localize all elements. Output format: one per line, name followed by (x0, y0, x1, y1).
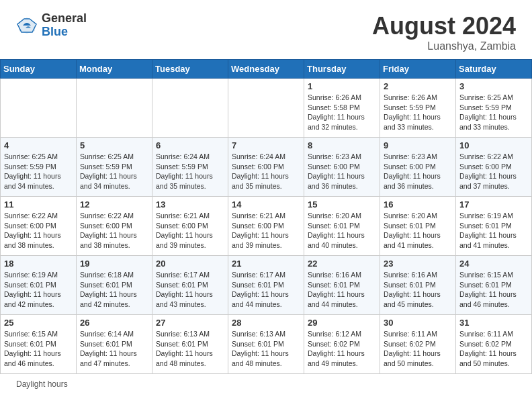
day-number: 31 (459, 318, 528, 328)
calendar-cell: 12Sunrise: 6:22 AM Sunset: 6:00 PM Dayli… (77, 197, 152, 256)
day-number: 6 (156, 140, 224, 150)
logo-blue-text: Blue (42, 26, 87, 39)
calendar-cell: 26Sunrise: 6:14 AM Sunset: 6:01 PM Dayli… (77, 315, 152, 374)
day-number: 2 (384, 81, 452, 91)
calendar-cell: 16Sunrise: 6:20 AM Sunset: 6:01 PM Dayli… (380, 197, 456, 256)
calendar-cell (77, 79, 152, 138)
day-info: Sunrise: 6:13 AM Sunset: 6:01 PM Dayligh… (156, 329, 224, 369)
calendar-cell: 22Sunrise: 6:16 AM Sunset: 6:01 PM Dayli… (304, 256, 380, 315)
logo: General Blue (16, 12, 87, 39)
month-year: August 2024 (372, 12, 516, 40)
calendar-cell: 28Sunrise: 6:13 AM Sunset: 6:01 PM Dayli… (228, 315, 304, 374)
calendar-cell: 30Sunrise: 6:11 AM Sunset: 6:02 PM Dayli… (380, 315, 456, 374)
calendar-cell: 10Sunrise: 6:22 AM Sunset: 6:00 PM Dayli… (456, 138, 532, 197)
day-number: 3 (459, 81, 528, 91)
calendar-cell: 1Sunrise: 6:26 AM Sunset: 5:58 PM Daylig… (304, 79, 380, 138)
calendar-cell: 20Sunrise: 6:17 AM Sunset: 6:01 PM Dayli… (152, 256, 228, 315)
day-info: Sunrise: 6:20 AM Sunset: 6:01 PM Dayligh… (384, 211, 452, 250)
day-number: 9 (384, 140, 452, 150)
calendar-day-header: Tuesday (152, 60, 228, 79)
page-container: General Blue August 2024 Luanshya, Zambi… (0, 0, 532, 394)
day-info: Sunrise: 6:24 AM Sunset: 6:00 PM Dayligh… (232, 152, 300, 191)
calendar-day-header: Thursday (304, 60, 380, 79)
day-number: 4 (4, 140, 73, 150)
calendar-cell: 14Sunrise: 6:21 AM Sunset: 6:00 PM Dayli… (228, 197, 304, 256)
day-info: Sunrise: 6:20 AM Sunset: 6:01 PM Dayligh… (308, 211, 376, 250)
calendar-cell: 5Sunrise: 6:25 AM Sunset: 5:59 PM Daylig… (77, 138, 152, 197)
calendar-week-row: 18Sunrise: 6:19 AM Sunset: 6:01 PM Dayli… (1, 256, 532, 315)
calendar-week-row: 4Sunrise: 6:25 AM Sunset: 5:59 PM Daylig… (1, 138, 532, 197)
calendar-cell: 13Sunrise: 6:21 AM Sunset: 6:00 PM Dayli… (152, 197, 228, 256)
calendar-cell: 25Sunrise: 6:15 AM Sunset: 6:01 PM Dayli… (1, 315, 77, 374)
day-number: 12 (80, 199, 148, 210)
day-info: Sunrise: 6:22 AM Sunset: 6:00 PM Dayligh… (459, 152, 528, 191)
calendar-table: SundayMondayTuesdayWednesdayThursdayFrid… (0, 59, 532, 374)
day-info: Sunrise: 6:23 AM Sunset: 6:00 PM Dayligh… (308, 152, 376, 191)
calendar-cell: 4Sunrise: 6:25 AM Sunset: 5:59 PM Daylig… (1, 138, 77, 197)
title-block: August 2024 Luanshya, Zambia (372, 12, 516, 52)
day-info: Sunrise: 6:26 AM Sunset: 5:59 PM Dayligh… (384, 93, 452, 132)
calendar-cell: 6Sunrise: 6:24 AM Sunset: 5:59 PM Daylig… (152, 138, 228, 197)
location: Luanshya, Zambia (372, 40, 516, 52)
calendar-cell: 15Sunrise: 6:20 AM Sunset: 6:01 PM Dayli… (304, 197, 380, 256)
day-info: Sunrise: 6:25 AM Sunset: 5:59 PM Dayligh… (4, 152, 73, 191)
day-info: Sunrise: 6:17 AM Sunset: 6:01 PM Dayligh… (232, 270, 300, 310)
calendar-day-header: Saturday (456, 60, 532, 79)
day-number: 21 (232, 259, 300, 269)
day-info: Sunrise: 6:11 AM Sunset: 6:02 PM Dayligh… (459, 329, 528, 369)
calendar-cell: 29Sunrise: 6:12 AM Sunset: 6:02 PM Dayli… (304, 315, 380, 374)
calendar-cell (228, 79, 304, 138)
calendar-day-header: Monday (77, 60, 152, 79)
day-number: 29 (308, 318, 376, 328)
calendar-cell: 2Sunrise: 6:26 AM Sunset: 5:59 PM Daylig… (380, 79, 456, 138)
day-number: 25 (4, 318, 73, 328)
logo-general-text: General (42, 12, 87, 26)
day-number: 7 (232, 140, 300, 150)
calendar-cell (1, 79, 77, 138)
day-number: 30 (384, 318, 452, 328)
header: General Blue August 2024 Luanshya, Zambi… (0, 0, 532, 59)
day-info: Sunrise: 6:21 AM Sunset: 6:00 PM Dayligh… (232, 211, 300, 250)
day-info: Sunrise: 6:19 AM Sunset: 6:01 PM Dayligh… (459, 211, 528, 250)
day-info: Sunrise: 6:11 AM Sunset: 6:02 PM Dayligh… (384, 329, 452, 369)
day-number: 22 (308, 259, 376, 269)
calendar-cell: 17Sunrise: 6:19 AM Sunset: 6:01 PM Dayli… (456, 197, 532, 256)
calendar-cell: 7Sunrise: 6:24 AM Sunset: 6:00 PM Daylig… (228, 138, 304, 197)
day-number: 8 (308, 140, 376, 150)
day-info: Sunrise: 6:22 AM Sunset: 6:00 PM Dayligh… (80, 211, 148, 250)
day-info: Sunrise: 6:22 AM Sunset: 6:00 PM Dayligh… (4, 211, 73, 250)
day-info: Sunrise: 6:14 AM Sunset: 6:01 PM Dayligh… (80, 329, 148, 369)
logo-icon (16, 15, 38, 36)
logo-text: General Blue (42, 12, 87, 39)
day-info: Sunrise: 6:25 AM Sunset: 5:59 PM Dayligh… (80, 152, 148, 191)
day-number: 28 (232, 318, 300, 328)
day-info: Sunrise: 6:26 AM Sunset: 5:58 PM Dayligh… (308, 93, 376, 132)
day-number: 24 (459, 259, 528, 269)
day-number: 16 (384, 199, 452, 210)
day-number: 26 (80, 318, 148, 328)
calendar-cell (152, 79, 228, 138)
day-number: 11 (4, 199, 73, 210)
day-info: Sunrise: 6:18 AM Sunset: 6:01 PM Dayligh… (80, 270, 148, 310)
footer: Daylight hours (0, 374, 532, 394)
calendar-cell: 19Sunrise: 6:18 AM Sunset: 6:01 PM Dayli… (77, 256, 152, 315)
day-info: Sunrise: 6:15 AM Sunset: 6:01 PM Dayligh… (459, 270, 528, 310)
day-info: Sunrise: 6:19 AM Sunset: 6:01 PM Dayligh… (4, 270, 73, 310)
day-number: 10 (459, 140, 528, 150)
calendar-cell: 21Sunrise: 6:17 AM Sunset: 6:01 PM Dayli… (228, 256, 304, 315)
calendar-cell: 8Sunrise: 6:23 AM Sunset: 6:00 PM Daylig… (304, 138, 380, 197)
day-number: 14 (232, 199, 300, 210)
day-number: 5 (80, 140, 148, 150)
day-number: 17 (459, 199, 528, 210)
day-number: 27 (156, 318, 224, 328)
day-number: 1 (308, 81, 376, 91)
calendar-week-row: 11Sunrise: 6:22 AM Sunset: 6:00 PM Dayli… (1, 197, 532, 256)
calendar-cell: 18Sunrise: 6:19 AM Sunset: 6:01 PM Dayli… (1, 256, 77, 315)
calendar-week-row: 1Sunrise: 6:26 AM Sunset: 5:58 PM Daylig… (1, 79, 532, 138)
day-info: Sunrise: 6:16 AM Sunset: 6:01 PM Dayligh… (384, 270, 452, 310)
day-info: Sunrise: 6:12 AM Sunset: 6:02 PM Dayligh… (308, 329, 376, 369)
day-number: 19 (80, 259, 148, 269)
calendar-cell: 11Sunrise: 6:22 AM Sunset: 6:00 PM Dayli… (1, 197, 77, 256)
day-number: 13 (156, 199, 224, 210)
day-info: Sunrise: 6:24 AM Sunset: 5:59 PM Dayligh… (156, 152, 224, 191)
